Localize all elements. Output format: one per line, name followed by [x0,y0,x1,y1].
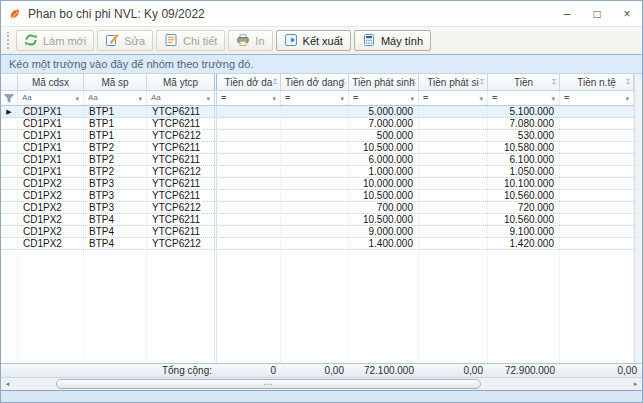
column-header-ma_ytcp[interactable]: Mã ytcp [147,74,217,90]
cell-tien_do_da[interactable] [217,154,281,165]
sum-icon[interactable]: Σ [411,78,416,86]
cell-tien_nte[interactable] [560,202,634,213]
cell-tien[interactable]: 9.100.000 [488,226,560,237]
cell-tien_phat_sinh[interactable]: 7.000.000 [349,118,419,129]
cell-tien_do_dang[interactable] [281,214,349,225]
filter-cell-tien_nte[interactable]: =▾ [560,91,634,105]
cell-ma_ytcp[interactable]: YTCP6211 [147,226,217,237]
cell-tien[interactable]: 720.000 [488,202,560,213]
cell-tien_do_da[interactable] [217,166,281,177]
cell-tien_phat_si[interactable] [419,178,488,189]
cell-ma_sp[interactable]: BTP4 [84,214,147,225]
sum-icon[interactable]: Σ [480,78,485,86]
chevron-down-icon[interactable]: ▾ [138,95,142,102]
row-indicator-cell[interactable] [1,118,18,129]
cell-tien_nte[interactable] [560,226,634,237]
column-header-tien_do_dang[interactable]: Tiền dở dangΣ [281,74,349,90]
cell-tien_do_dang[interactable] [281,226,349,237]
cell-tien_phat_sinh[interactable]: 6.000.000 [349,154,419,165]
cell-tien[interactable]: 6.100.000 [488,154,560,165]
cell-ma_cdsx[interactable]: CD1PX1 [18,106,84,117]
cell-tien_phat_si[interactable] [419,202,488,213]
cell-tien_phat_sinh[interactable]: 10.500.000 [349,214,419,225]
chevron-down-icon[interactable]: ▾ [340,95,344,102]
toolbar-button-2[interactable]: Sửa [97,30,153,51]
cell-tien_phat_sinh[interactable]: 10.500.000 [349,142,419,153]
close-button[interactable]: × [612,1,642,26]
row-indicator-cell[interactable] [1,190,18,201]
chevron-down-icon[interactable]: ▾ [206,95,210,102]
cell-tien_do_da[interactable] [217,202,281,213]
cell-tien_do_dang[interactable] [281,118,349,129]
filter-cell-tien_do_da[interactable]: =▾ [217,91,281,105]
row-indicator-cell[interactable]: ▶ [1,106,18,117]
cell-tien_nte[interactable] [560,190,634,201]
equals-filter-icon[interactable]: = [221,94,226,102]
chevron-down-icon[interactable]: ▾ [479,95,483,102]
cell-tien_do_da[interactable] [217,106,281,117]
cell-ma_sp[interactable]: BTP1 [84,118,147,129]
cell-tien_nte[interactable] [560,118,634,129]
cell-tien_do_dang[interactable] [281,238,349,249]
cell-tien[interactable]: 530.000 [488,130,560,141]
column-header-indicator[interactable] [1,74,18,90]
row-indicator-cell[interactable] [1,166,18,177]
sum-icon[interactable]: Σ [273,78,278,86]
cell-tien_do_dang[interactable] [281,166,349,177]
maximize-button[interactable]: □ [582,1,612,26]
cell-tien_phat_sinh[interactable]: 1.400.000 [349,238,419,249]
cell-tien_do_da[interactable] [217,214,281,225]
cell-tien[interactable]: 7.080.000 [488,118,560,129]
cell-tien_nte[interactable] [560,154,634,165]
column-header-tien_do_da[interactable]: Tiền dở daΣ [217,74,281,90]
cell-ma_sp[interactable]: BTP3 [84,178,147,189]
cell-ma_sp[interactable]: BTP3 [84,202,147,213]
column-header-ma_cdsx[interactable]: Mã cdsx [18,74,84,90]
cell-ma_cdsx[interactable]: CD1PX1 [18,130,84,141]
cell-ma_sp[interactable]: BTP4 [84,226,147,237]
cell-ma_cdsx[interactable]: CD1PX1 [18,118,84,129]
cell-tien_phat_sinh[interactable]: 500.000 [349,130,419,141]
cell-tien_do_da[interactable] [217,142,281,153]
cell-ma_ytcp[interactable]: YTCP6211 [147,118,217,129]
cell-ma_cdsx[interactable]: CD1PX2 [18,202,84,213]
cell-tien_do_da[interactable] [217,130,281,141]
sum-icon[interactable]: Σ [341,78,346,86]
cell-ma_ytcp[interactable]: YTCP6211 [147,178,217,189]
horizontal-scrollbar[interactable]: ◂ ⋯ ▸ [1,377,642,390]
row-indicator-cell[interactable] [1,154,18,165]
cell-ma_ytcp[interactable]: YTCP6211 [147,214,217,225]
filter-cell-tien[interactable]: =▾ [488,91,560,105]
column-header-tien[interactable]: TiềnΣ [488,74,560,90]
cell-tien_do_da[interactable] [217,190,281,201]
filter-cell-indicator[interactable] [1,91,18,105]
row-indicator-cell[interactable] [1,238,18,249]
equals-filter-icon[interactable]: = [423,94,428,102]
cell-tien_phat_sinh[interactable]: 1.000.000 [349,166,419,177]
cell-tien_do_dang[interactable] [281,106,349,117]
cell-ma_sp[interactable]: BTP4 [84,238,147,249]
row-indicator-cell[interactable] [1,202,18,213]
cell-tien_phat_si[interactable] [419,118,488,129]
cell-ma_sp[interactable]: BTP1 [84,106,147,117]
toolbar-button-3[interactable]: Chi tiết [156,30,225,51]
cell-tien[interactable]: 10.560.000 [488,190,560,201]
cell-tien_phat_si[interactable] [419,214,488,225]
cell-ma_ytcp[interactable]: YTCP6212 [147,166,217,177]
cell-tien[interactable]: 10.100.000 [488,178,560,189]
cell-ma_ytcp[interactable]: YTCP6211 [147,190,217,201]
cell-tien_nte[interactable] [560,214,634,225]
cell-ma_sp[interactable]: BTP2 [84,154,147,165]
cell-tien[interactable]: 1.420.000 [488,238,560,249]
text-filter-icon[interactable]: Aa [88,94,98,102]
filter-cell-ma_ytcp[interactable]: Aa▾ [147,91,217,105]
row-indicator-cell[interactable] [1,226,18,237]
cell-ma_sp[interactable]: BTP3 [84,190,147,201]
cell-ma_cdsx[interactable]: CD1PX1 [18,142,84,153]
filter-cell-tien_phat_sinh[interactable]: =▾ [349,91,419,105]
group-by-panel[interactable]: Kéo một trường vào đây để nhóm theo trườ… [1,55,642,74]
cell-tien_phat_si[interactable] [419,130,488,141]
cell-ma_ytcp[interactable]: YTCP6211 [147,154,217,165]
cell-tien_phat_si[interactable] [419,166,488,177]
cell-tien_do_dang[interactable] [281,178,349,189]
